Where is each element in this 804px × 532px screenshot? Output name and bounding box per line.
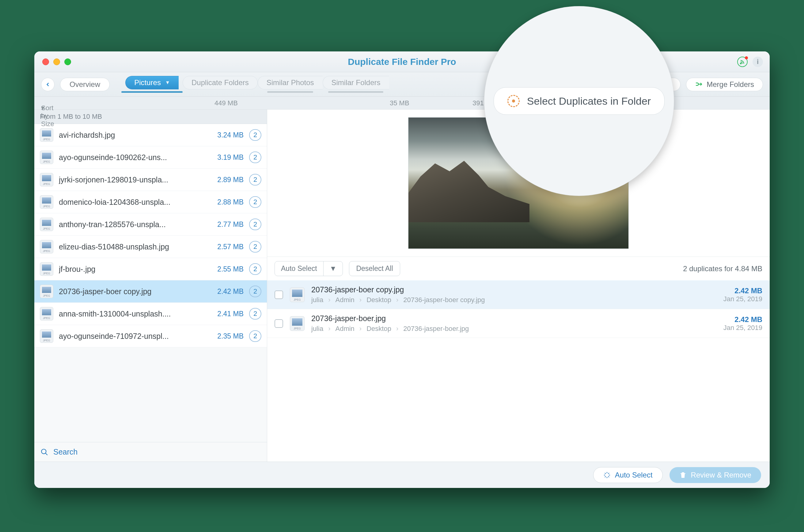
file-row[interactable]: jf-brou-.jpg2.55 MB2: [34, 258, 267, 280]
file-name: jyrki-sorjonen-1298019-unspla...: [59, 175, 204, 184]
file-name: ayo-ogunseinde-1090262-uns...: [59, 153, 204, 162]
target-icon: [507, 95, 520, 107]
file-thumbnail: [290, 287, 305, 302]
file-thumbnail: [40, 173, 53, 186]
close-window-button[interactable]: [42, 58, 49, 65]
duplicate-file-name: 20736-jasper-boer.jpg: [311, 314, 469, 323]
tab-progress-bar: [267, 91, 313, 93]
tab-label: Duplicate Folders: [191, 78, 249, 87]
file-row[interactable]: domenico-loia-1204368-unspla...2.88 MB2: [34, 191, 267, 213]
auto-select-button-label: Auto Select: [275, 261, 323, 276]
file-row[interactable]: ayo-ogunseinde-1090262-uns...3.19 MB2: [34, 146, 267, 169]
footer-auto-select-button[interactable]: Auto Select: [593, 467, 663, 483]
duplicate-date: Jan 25, 2019: [724, 324, 762, 332]
file-row[interactable]: anna-smith-1310004-unsplash....2.41 MB2: [34, 303, 267, 325]
tab-label: Pictures: [134, 78, 161, 87]
tab-size-similar-photos: 35 MB: [390, 99, 409, 107]
deselect-all-button[interactable]: Deselect All: [349, 261, 400, 276]
file-size: 3.24 MB: [210, 131, 243, 139]
svg-point-1: [41, 449, 46, 454]
duplicate-count-badge: 2: [249, 286, 261, 297]
file-size: 2.77 MB: [210, 221, 243, 229]
file-name: avi-richardsh.jpg: [59, 131, 204, 139]
merge-icon: [695, 81, 702, 88]
breadcrumb-segment: Admin: [335, 325, 354, 333]
duplicate-count-badge: 2: [249, 330, 261, 342]
svg-point-0: [740, 63, 741, 64]
duplicate-meta: 2.42 MBJan 25, 2019: [724, 286, 762, 303]
chevron-down-icon[interactable]: ▼: [323, 261, 343, 276]
updates-button[interactable]: [737, 57, 748, 67]
duplicate-info: 20736-jasper-boer copy.jpgjulia›Admin›De…: [311, 285, 485, 304]
breadcrumb-segment: 20736-jasper-boer copy.jpg: [403, 296, 485, 304]
duplicate-row[interactable]: 20736-jasper-boer copy.jpgjulia›Admin›De…: [267, 280, 770, 309]
magnifier-callout: Select Duplicates in Folder: [484, 6, 674, 196]
file-size: 2.89 MB: [210, 176, 243, 184]
file-size: 2.55 MB: [210, 265, 243, 273]
file-size: 2.88 MB: [210, 198, 243, 206]
file-size: 2.35 MB: [210, 332, 243, 340]
file-name: domenico-loia-1204368-unspla...: [59, 198, 204, 207]
magnified-label: Select Duplicates in Folder: [527, 95, 651, 107]
info-button[interactable]: i: [752, 57, 763, 67]
back-button[interactable]: [41, 78, 55, 91]
duplicate-count-badge: 2: [249, 241, 261, 252]
file-row[interactable]: elizeu-dias-510488-unsplash.jpg2.57 MB2: [34, 236, 267, 258]
chevron-right-icon: ›: [328, 296, 330, 304]
button-label: Merge Folders: [707, 80, 754, 89]
window-controls: [34, 58, 71, 65]
search-field[interactable]: Search: [34, 442, 267, 461]
trash-icon: [679, 471, 687, 479]
file-thumbnail: [40, 195, 53, 209]
select-checkbox[interactable]: [275, 319, 283, 328]
select-checkbox[interactable]: [275, 290, 283, 299]
tab-similar-folders[interactable]: Similar Folders: [323, 76, 389, 89]
duplicate-count-badge: 2: [249, 308, 261, 320]
review-and-remove-button[interactable]: Review & Remove: [670, 467, 761, 483]
button-label: Review & Remove: [691, 471, 751, 479]
file-thumbnail: [290, 316, 305, 331]
overview-button[interactable]: Overview: [60, 78, 110, 91]
tab-size-pictures: 449 MB: [215, 99, 238, 107]
duplicate-row[interactable]: 20736-jasper-boer.jpgjulia›Admin›Desktop…: [267, 309, 770, 338]
breadcrumb: julia›Admin›Desktop›20736-jasper-boer co…: [311, 296, 485, 304]
tab-pictures[interactable]: Pictures ▼: [125, 76, 179, 89]
file-row[interactable]: ayo-ogunseinde-710972-unspl...2.35 MB2: [34, 325, 267, 347]
file-list[interactable]: avi-richardsh.jpg3.24 MB2ayo-ogunseinde-…: [34, 124, 267, 442]
file-row[interactable]: jyrki-sorjonen-1298019-unspla...2.89 MB2: [34, 169, 267, 191]
breadcrumb: julia›Admin›Desktop›20736-jasper-boer.jp…: [311, 325, 469, 333]
file-thumbnail: [40, 128, 53, 142]
file-row[interactable]: 20736-jasper-boer copy.jpg2.42 MB2: [34, 280, 267, 303]
minimize-window-button[interactable]: [53, 58, 60, 65]
chevron-right-icon: ›: [360, 296, 362, 304]
zoom-window-button[interactable]: [65, 58, 71, 65]
breadcrumb-segment: julia: [311, 325, 323, 333]
file-row[interactable]: anthony-tran-1285576-unspla...2.77 MB2: [34, 213, 267, 236]
category-tabs: Pictures ▼ Duplicate Folders Similar Pho…: [121, 76, 389, 93]
duplicate-count-badge: 2: [249, 196, 261, 208]
duplicate-count-badge: 2: [249, 174, 261, 186]
tab-duplicate-folders[interactable]: Duplicate Folders: [183, 76, 258, 89]
merge-folders-button[interactable]: Merge Folders: [686, 78, 763, 91]
duplicate-file-name: 20736-jasper-boer copy.jpg: [311, 285, 485, 294]
file-row[interactable]: avi-richardsh.jpg3.24 MB2: [34, 124, 267, 146]
breadcrumb-segment: Desktop: [366, 325, 391, 333]
duplicates-list[interactable]: 20736-jasper-boer copy.jpgjulia›Admin›De…: [267, 280, 770, 461]
chevron-down-icon: ▼: [165, 80, 170, 86]
file-name: anthony-tran-1285576-unspla...: [59, 220, 204, 229]
size-group-header: From 1 MB to 10 MB: [34, 110, 267, 124]
search-icon: [40, 448, 49, 456]
chevron-right-icon: ›: [328, 325, 330, 333]
file-name: elizeu-dias-510488-unsplash.jpg: [59, 243, 204, 251]
duplicates-summary: 2 duplicates for 4.84 MB: [683, 264, 762, 273]
file-thumbnail: [40, 240, 53, 253]
file-size: 2.42 MB: [210, 287, 243, 296]
auto-select-split-button[interactable]: Auto Select ▼: [275, 261, 343, 276]
duplicate-count-badge: 2: [249, 263, 261, 275]
chevron-right-icon: ›: [396, 325, 398, 333]
chevron-down-icon: ▾: [41, 104, 44, 112]
file-thumbnail: [40, 329, 53, 343]
tab-similar-photos[interactable]: Similar Photos: [258, 76, 323, 89]
file-thumbnail: [40, 217, 53, 231]
file-name: anna-smith-1310004-unsplash....: [59, 309, 204, 318]
